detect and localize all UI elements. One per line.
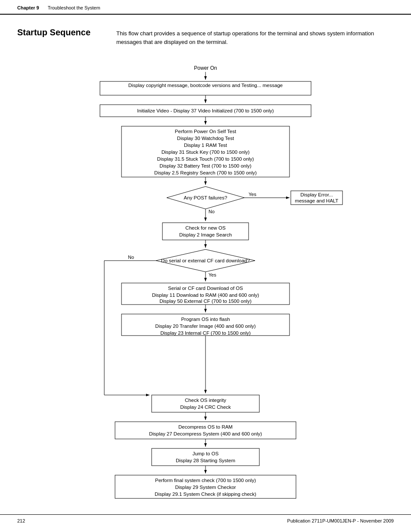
- section-header: Startup Sequence This flow chart provide…: [17, 28, 394, 46]
- self-test-line1: Perform Power On Self Test: [175, 129, 237, 134]
- self-test-line7: Display 2.5 Registry Search (700 to 1500…: [154, 170, 257, 175]
- check-integrity-line2: Display 24 CRC Check: [180, 404, 231, 410]
- serial-cf-text: Do serial or external CF card download?: [161, 258, 250, 263]
- page-number: 212: [17, 518, 25, 523]
- copyright-text-1: Display copyright message, bootcode vers…: [128, 83, 283, 88]
- program-os-line1: Program OS into flash: [181, 317, 230, 322]
- display-error-line2: message and HALT: [295, 198, 339, 203]
- chapter-label: Chapter 9: [17, 5, 39, 10]
- jump-os-line1: Jump to OS: [193, 451, 219, 456]
- serial-download-line1: Serial or CF card Download of OS: [168, 286, 243, 291]
- decompress-line2: Display 27 Decompress System (400 and 60…: [149, 431, 262, 436]
- publication-info: Publication 2711P-UM001JEN-P - November …: [287, 518, 394, 523]
- main-content: Startup Sequence This flow chart provide…: [0, 15, 411, 529]
- program-os-line2: Display 20 Transfer Image (400 and 600 o…: [155, 324, 255, 329]
- self-test-line5: Display 31.5 Stuck Touch (700 to 1500 on…: [157, 156, 254, 162]
- power-on-label: Power On: [194, 65, 217, 71]
- section-description: This flow chart provides a sequence of s…: [116, 28, 394, 46]
- check-os-line2: Display 2 Image Search: [179, 232, 232, 237]
- serial-download-line2: Display 11 Download to RAM (400 and 600 …: [152, 292, 259, 298]
- self-test-line3: Display 1 RAM Test: [184, 143, 227, 148]
- page: Chapter 9 Troubleshoot the System Startu…: [0, 0, 411, 532]
- serial-download-line3: Display 50 External CF (700 to 1500 only…: [159, 299, 252, 304]
- self-test-line2: Display 30 Watchdog Test: [177, 136, 234, 141]
- page-footer: 212 Publication 2711P-UM001JEN-P - Novem…: [0, 514, 411, 523]
- yes-label-post: Yes: [249, 192, 256, 197]
- page-header: Chapter 9 Troubleshoot the System: [0, 0, 411, 15]
- check-os-line1: Check for new OS: [185, 225, 226, 230]
- self-test-line4: Display 31 Stuck Key (700 to 1500 only): [162, 149, 250, 155]
- final-check-line1: Perform final system check (700 to 1500 …: [155, 478, 256, 483]
- post-failures-text: Any POST failures?: [184, 195, 227, 200]
- self-test-line6: Display 32 Battery Test (700 to 1500 onl…: [159, 163, 251, 168]
- program-os-line3: Display 23 Internal CF (700 to 1500 only…: [160, 330, 251, 336]
- jump-os-line2: Display 28 Starting System: [176, 458, 235, 463]
- chapter-title: Troubleshoot the System: [48, 5, 100, 10]
- section-title: Startup Sequence: [17, 28, 103, 46]
- final-check-line2: Display 29 System Checkor: [175, 485, 236, 490]
- yes-label-serial: Yes: [209, 272, 216, 277]
- flowchart-svg: Power On Display copyright message, boot…: [55, 59, 356, 511]
- display-error-line1: Display Error...: [300, 192, 333, 197]
- decompress-line1: Decompress OS to RAM: [178, 424, 233, 429]
- flowchart-container: Power On Display copyright message, boot…: [17, 59, 394, 511]
- no-label-serial: No: [128, 255, 134, 260]
- final-check-line3: Display 29.1 System Check (if skipping c…: [155, 492, 256, 497]
- init-video-text: Initialize Video - Display 37 Video Init…: [137, 108, 274, 113]
- no-label-post: No: [209, 209, 215, 214]
- check-integrity-line1: Check OS integrity: [185, 398, 226, 403]
